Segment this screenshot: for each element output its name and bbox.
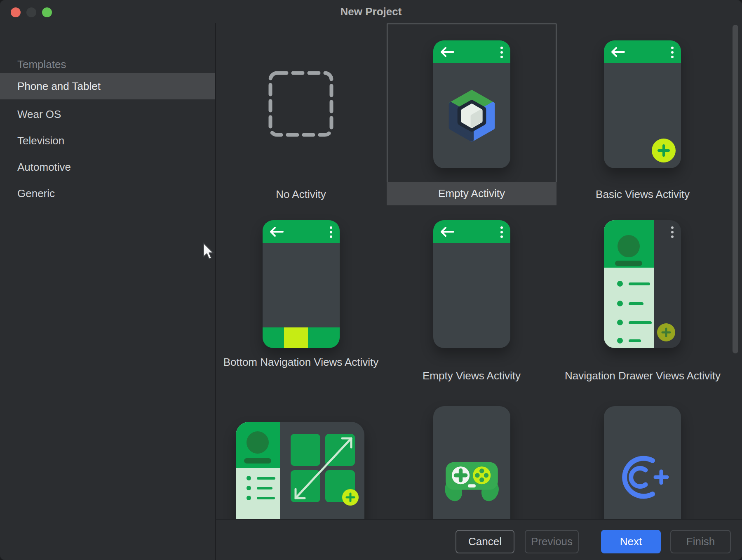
vertical-scrollbar-thumb[interactable] [733,25,738,353]
avatar-name-bar [244,458,271,464]
next-button[interactable]: Next [601,530,661,553]
phone-appbar [433,40,510,63]
template-label: Bottom Navigation Views Activity [216,355,386,369]
plus-fab-icon [652,139,676,162]
template-label: Empty Views Activity [387,369,556,383]
template-label: Navigation Drawer Views Activity [558,369,728,383]
template-card-game-activity-thumbnail[interactable] [433,406,510,519]
kebab-menu-icon [500,47,503,58]
back-arrow-icon [440,226,456,237]
nav-drawer-panel [604,220,654,348]
mouse-cursor-icon [203,242,215,261]
previous-button[interactable]: Previous [525,530,579,553]
avatar-name-bar [615,261,642,266]
cancel-button[interactable]: Cancel [456,530,514,553]
back-arrow-icon [269,226,285,237]
kebab-menu-icon [671,226,674,238]
template-label: Basic Views Activity [558,187,728,202]
drawer-menu-item [247,476,275,480]
bottom-nav-bar [263,327,340,348]
plus-fab-icon [342,489,359,506]
phone-appbar [263,220,340,243]
cpp-icon [616,454,674,501]
phone-appbar [604,40,681,63]
basic-views-thumbnail [604,40,681,168]
navigation-drawer-thumbnail [604,220,681,348]
template-gallery: No Activity [216,23,742,519]
drawer-menu-item [617,338,641,344]
jetpack-compose-logo-icon [445,89,499,143]
kebab-menu-icon [500,226,503,238]
back-arrow-icon [440,47,456,57]
title-bar: New Project [0,0,742,23]
no-activity-placeholder-icon [268,71,333,137]
drawer-menu-item [617,281,650,287]
finish-button[interactable]: Finish [670,530,731,553]
phone-appbar [433,220,510,243]
bottom-navigation-thumbnail [263,220,340,348]
sidebar-header: Templates [17,55,66,73]
kebab-menu-icon [671,47,674,58]
sidebar-item-television[interactable]: Television [0,127,215,154]
kebab-menu-icon [330,226,332,238]
sidebar-item-phone-and-tablet[interactable]: Phone and Tablet [0,73,215,99]
drawer-header [604,220,654,268]
new-project-dialog: New Project Templates Phone and Tablet W… [0,0,742,560]
template-label: No Activity [216,187,386,202]
game-controller-icon [444,460,500,503]
selected-template-label: Empty Activity [387,182,556,205]
footer-separator [215,519,742,520]
empty-activity-thumbnail [433,40,510,168]
template-card-tablet-thumbnail[interactable] [236,422,364,519]
empty-views-thumbnail [433,220,510,348]
window-title: New Project [0,0,742,23]
tablet-drawer-panel [236,422,280,519]
sidebar-item-generic[interactable]: Generic [0,180,215,207]
drawer-menu-item [617,301,643,306]
template-card-native-cpp-thumbnail[interactable] [604,406,681,519]
back-arrow-icon [611,47,626,57]
dimmed-plus-fab-icon [657,323,675,341]
sidebar-item-wear-os[interactable]: Wear OS [0,101,215,127]
sidebar-item-automotive[interactable]: Automotive [0,154,215,180]
drawer-menu-item [617,320,652,325]
drawer-menu-item [247,486,272,490]
templates-sidebar: Templates Phone and Tablet Wear OS Telev… [0,23,215,560]
drawer-header [236,422,280,468]
drawer-menu-item [247,496,275,500]
avatar-icon [247,431,269,454]
avatar-icon [618,235,640,257]
